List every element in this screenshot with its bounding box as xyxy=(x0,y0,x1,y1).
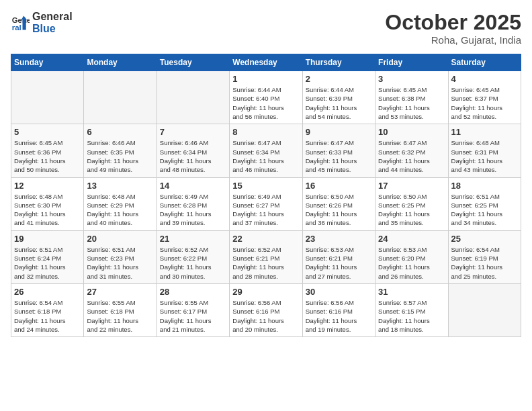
cell-info: Sunrise: 6:49 AM Sunset: 6:28 PM Dayligh… xyxy=(160,192,226,228)
day-number: 10 xyxy=(378,127,445,137)
cell-info: Sunrise: 6:44 AM Sunset: 6:39 PM Dayligh… xyxy=(306,85,372,121)
calendar-cell: 8Sunrise: 6:47 AM Sunset: 6:34 PM Daylig… xyxy=(230,124,302,177)
calendar-cell: 18Sunrise: 6:51 AM Sunset: 6:25 PM Dayli… xyxy=(448,177,521,230)
cell-info: Sunrise: 6:50 AM Sunset: 6:25 PM Dayligh… xyxy=(378,192,445,228)
cell-info: Sunrise: 6:48 AM Sunset: 6:31 PM Dayligh… xyxy=(451,138,518,174)
calendar-cell: 1Sunrise: 6:44 AM Sunset: 6:40 PM Daylig… xyxy=(230,71,302,124)
cell-info: Sunrise: 6:53 AM Sunset: 6:20 PM Dayligh… xyxy=(378,245,445,281)
calendar-cell: 22Sunrise: 6:52 AM Sunset: 6:21 PM Dayli… xyxy=(230,230,302,283)
day-number: 13 xyxy=(87,181,153,191)
cell-info: Sunrise: 6:56 AM Sunset: 6:16 PM Dayligh… xyxy=(306,298,372,334)
cell-info: Sunrise: 6:45 AM Sunset: 6:36 PM Dayligh… xyxy=(14,138,81,174)
day-number: 6 xyxy=(87,127,153,137)
calendar-cell: 16Sunrise: 6:50 AM Sunset: 6:26 PM Dayli… xyxy=(302,177,375,230)
day-number: 17 xyxy=(378,181,445,191)
cell-info: Sunrise: 6:48 AM Sunset: 6:29 PM Dayligh… xyxy=(87,192,153,228)
cell-info: Sunrise: 6:54 AM Sunset: 6:18 PM Dayligh… xyxy=(14,298,81,334)
weekday-header-saturday: Saturday xyxy=(448,54,521,71)
day-number: 29 xyxy=(232,287,299,297)
cell-info: Sunrise: 6:44 AM Sunset: 6:40 PM Dayligh… xyxy=(232,85,299,121)
day-number: 19 xyxy=(14,234,81,244)
day-number: 2 xyxy=(306,74,372,84)
title-block: October 2025 Roha, Gujarat, India xyxy=(385,11,521,46)
calendar-cell: 2Sunrise: 6:44 AM Sunset: 6:39 PM Daylig… xyxy=(302,71,375,124)
day-number: 7 xyxy=(160,127,226,137)
calendar-cell: 7Sunrise: 6:46 AM Sunset: 6:34 PM Daylig… xyxy=(157,124,229,177)
day-number: 18 xyxy=(451,181,518,191)
calendar-cell: 21Sunrise: 6:52 AM Sunset: 6:22 PM Dayli… xyxy=(157,230,229,283)
weekday-header-sunday: Sunday xyxy=(11,54,84,71)
cell-info: Sunrise: 6:56 AM Sunset: 6:16 PM Dayligh… xyxy=(232,298,299,334)
calendar-cell xyxy=(157,71,229,124)
logo-line2: Blue xyxy=(32,23,73,35)
weekday-header-friday: Friday xyxy=(375,54,448,71)
day-number: 24 xyxy=(378,234,445,244)
calendar-cell: 25Sunrise: 6:54 AM Sunset: 6:19 PM Dayli… xyxy=(448,230,521,283)
day-number: 15 xyxy=(232,181,299,191)
day-number: 21 xyxy=(160,234,226,244)
calendar-cell xyxy=(11,71,84,124)
cell-info: Sunrise: 6:50 AM Sunset: 6:26 PM Dayligh… xyxy=(306,192,372,228)
calendar-cell: 5Sunrise: 6:45 AM Sunset: 6:36 PM Daylig… xyxy=(11,124,84,177)
calendar-cell xyxy=(448,283,521,336)
cell-info: Sunrise: 6:52 AM Sunset: 6:21 PM Dayligh… xyxy=(232,245,299,281)
calendar-cell: 17Sunrise: 6:50 AM Sunset: 6:25 PM Dayli… xyxy=(375,177,448,230)
calendar-cell: 10Sunrise: 6:47 AM Sunset: 6:32 PM Dayli… xyxy=(375,124,448,177)
day-number: 20 xyxy=(87,234,153,244)
logo-line1: General xyxy=(32,11,73,23)
cell-info: Sunrise: 6:51 AM Sunset: 6:24 PM Dayligh… xyxy=(14,245,81,281)
calendar-cell: 9Sunrise: 6:47 AM Sunset: 6:33 PM Daylig… xyxy=(302,124,375,177)
cell-info: Sunrise: 6:51 AM Sunset: 6:25 PM Dayligh… xyxy=(451,192,518,228)
svg-text:ral: ral xyxy=(12,24,21,32)
calendar-table: SundayMondayTuesdayWednesdayThursdayFrid… xyxy=(11,54,521,337)
cell-info: Sunrise: 6:55 AM Sunset: 6:18 PM Dayligh… xyxy=(87,298,153,334)
cell-info: Sunrise: 6:49 AM Sunset: 6:27 PM Dayligh… xyxy=(232,192,299,228)
calendar-cell: 29Sunrise: 6:56 AM Sunset: 6:16 PM Dayli… xyxy=(230,283,302,336)
calendar-cell: 19Sunrise: 6:51 AM Sunset: 6:24 PM Dayli… xyxy=(11,230,84,283)
cell-info: Sunrise: 6:45 AM Sunset: 6:37 PM Dayligh… xyxy=(451,85,518,121)
location-subtitle: Roha, Gujarat, India xyxy=(385,34,521,46)
calendar-week-1: 1Sunrise: 6:44 AM Sunset: 6:40 PM Daylig… xyxy=(11,71,521,124)
cell-info: Sunrise: 6:57 AM Sunset: 6:15 PM Dayligh… xyxy=(378,298,445,334)
calendar-cell: 20Sunrise: 6:51 AM Sunset: 6:23 PM Dayli… xyxy=(84,230,157,283)
calendar-week-4: 19Sunrise: 6:51 AM Sunset: 6:24 PM Dayli… xyxy=(11,230,521,283)
cell-info: Sunrise: 6:48 AM Sunset: 6:30 PM Dayligh… xyxy=(14,192,81,228)
day-number: 1 xyxy=(232,74,299,84)
cell-info: Sunrise: 6:54 AM Sunset: 6:19 PM Dayligh… xyxy=(451,245,518,281)
day-number: 26 xyxy=(14,287,81,297)
cell-info: Sunrise: 6:47 AM Sunset: 6:34 PM Dayligh… xyxy=(232,138,299,174)
day-number: 4 xyxy=(451,74,518,84)
calendar-cell: 4Sunrise: 6:45 AM Sunset: 6:37 PM Daylig… xyxy=(448,71,521,124)
calendar-cell: 24Sunrise: 6:53 AM Sunset: 6:20 PM Dayli… xyxy=(375,230,448,283)
logo-icon: Gene ral xyxy=(11,13,30,32)
day-number: 5 xyxy=(14,127,81,137)
weekday-header-thursday: Thursday xyxy=(302,54,375,71)
day-number: 22 xyxy=(232,234,299,244)
day-number: 31 xyxy=(378,287,445,297)
day-number: 23 xyxy=(306,234,372,244)
calendar-cell: 27Sunrise: 6:55 AM Sunset: 6:18 PM Dayli… xyxy=(84,283,157,336)
cell-info: Sunrise: 6:45 AM Sunset: 6:38 PM Dayligh… xyxy=(378,85,445,121)
cell-info: Sunrise: 6:46 AM Sunset: 6:34 PM Dayligh… xyxy=(160,138,226,174)
calendar-week-2: 5Sunrise: 6:45 AM Sunset: 6:36 PM Daylig… xyxy=(11,124,521,177)
day-number: 25 xyxy=(451,234,518,244)
calendar-cell: 31Sunrise: 6:57 AM Sunset: 6:15 PM Dayli… xyxy=(375,283,448,336)
calendar-week-3: 12Sunrise: 6:48 AM Sunset: 6:30 PM Dayli… xyxy=(11,177,521,230)
calendar-cell: 23Sunrise: 6:53 AM Sunset: 6:21 PM Dayli… xyxy=(302,230,375,283)
calendar-header-row: SundayMondayTuesdayWednesdayThursdayFrid… xyxy=(11,54,521,71)
cell-info: Sunrise: 6:52 AM Sunset: 6:22 PM Dayligh… xyxy=(160,245,226,281)
cell-info: Sunrise: 6:51 AM Sunset: 6:23 PM Dayligh… xyxy=(87,245,153,281)
day-number: 27 xyxy=(87,287,153,297)
calendar-cell: 28Sunrise: 6:55 AM Sunset: 6:17 PM Dayli… xyxy=(157,283,229,336)
month-title: October 2025 xyxy=(385,11,521,34)
calendar-cell: 26Sunrise: 6:54 AM Sunset: 6:18 PM Dayli… xyxy=(11,283,84,336)
calendar-cell: 14Sunrise: 6:49 AM Sunset: 6:28 PM Dayli… xyxy=(157,177,229,230)
day-number: 28 xyxy=(160,287,226,297)
weekday-header-monday: Monday xyxy=(84,54,157,71)
day-number: 3 xyxy=(378,74,445,84)
day-number: 16 xyxy=(306,181,372,191)
day-number: 8 xyxy=(232,127,299,137)
day-number: 12 xyxy=(14,181,81,191)
weekday-header-wednesday: Wednesday xyxy=(230,54,302,71)
page-header: Gene ral General Blue October 2025 Roha,… xyxy=(11,11,521,46)
